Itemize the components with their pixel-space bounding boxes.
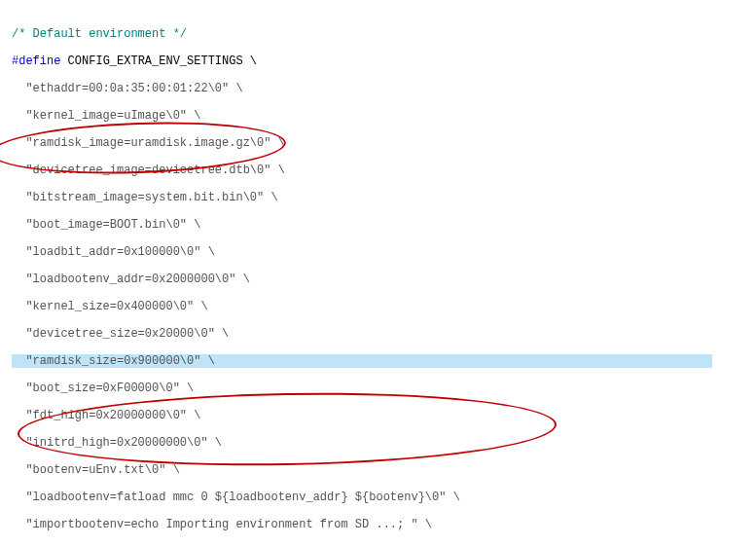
- code-line: "loadbit_addr=0x100000\0" \: [12, 245, 756, 259]
- code-line: "importbootenv=echo Importing environmen…: [12, 518, 756, 531]
- code-line: "loadbootenv_addr=0x2000000\0" \: [12, 273, 756, 286]
- code-line: "boot_size=0xF00000\0" \: [12, 382, 756, 395]
- code-line-define: #define CONFIG_EXTRA_ENV_SETTINGS \: [12, 55, 756, 68]
- code-line-kernel-size: "kernel_size=0x400000\0" \: [12, 300, 756, 313]
- code-line: "loadbootenv=fatload mmc 0 ${loadbootenv…: [12, 491, 756, 504]
- code-line-comment: /* Default environment */: [12, 27, 756, 41]
- code-line: "bitstream_image=system.bit.bin\0" \: [12, 191, 756, 204]
- code-block: /* Default environment */ #define CONFIG…: [0, 0, 756, 546]
- annotation-ellipse-qspi: [17, 388, 557, 470]
- define-identifier: CONFIG_EXTRA_ENV_SETTINGS \: [60, 55, 257, 68]
- code-line-devicetree-size: "devicetree_size=0x20000\0" \: [12, 327, 756, 341]
- code-line: "fdt_high=0x20000000\0" \: [12, 409, 756, 422]
- code-line: "ramdisk_image=uramdisk.image.gz\0" \: [12, 136, 756, 150]
- code-line: "kernel_image=uImage\0" \: [12, 109, 756, 123]
- code-line: "bootenv=uEnv.txt\0" \: [12, 463, 756, 477]
- code-line: "devicetree_image=devicetree.dtb\0" \: [12, 164, 756, 177]
- code-line: "boot_image=BOOT.bin\0" \: [12, 218, 756, 232]
- preprocessor-keyword: #define: [12, 55, 60, 68]
- code-line-ramdisk-size-highlighted: "ramdisk_size=0x900000\0" \: [12, 354, 756, 368]
- highlighted-text: "ramdisk_size=0x900000\0" \: [12, 354, 712, 368]
- code-line: "initrd_high=0x20000000\0" \: [12, 436, 756, 450]
- code-line: "ethaddr=00:0a:35:00:01:22\0" \: [12, 82, 756, 95]
